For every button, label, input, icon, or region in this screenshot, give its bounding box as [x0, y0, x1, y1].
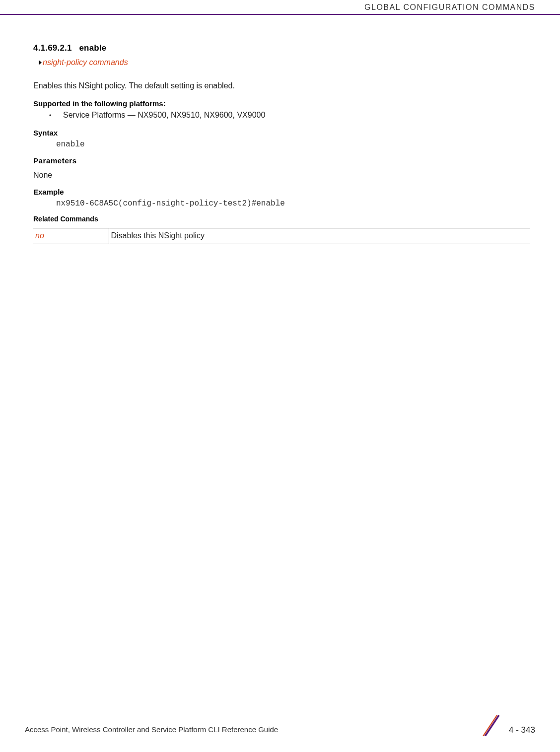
- supported-platforms-list: Service Platforms — NX9500, NX9510, NX96…: [33, 110, 530, 121]
- page-content: 4.1.69.2.1 enable nsight-policy commands…: [0, 15, 560, 244]
- related-command-link[interactable]: no: [33, 228, 109, 244]
- parameters-value: None: [33, 170, 530, 181]
- running-header: GLOBAL CONFIGURATION COMMANDS: [0, 0, 560, 15]
- breadcrumb-link[interactable]: nsight-policy commands: [39, 57, 530, 68]
- page-footer: Access Point, Wireless Controller and Se…: [0, 724, 560, 735]
- table-row: no Disables this NSight policy: [33, 228, 530, 244]
- syntax-code: enable: [56, 139, 530, 150]
- svg-line-0: [485, 715, 499, 736]
- footer-guide-title: Access Point, Wireless Controller and Se…: [25, 725, 278, 734]
- related-command-desc: Disables this NSight policy: [109, 228, 530, 244]
- slash-logo-icon: [479, 715, 503, 736]
- description-text: Enables this NSight policy. The default …: [33, 80, 530, 91]
- example-code: nx9510-6C8A5C(config-nsight-policy-test2…: [56, 198, 530, 209]
- page-number: 4 - 343: [509, 724, 535, 736]
- example-heading: Example: [33, 187, 530, 197]
- section-title: enable: [79, 43, 106, 53]
- parameters-heading: Parameters: [33, 155, 530, 166]
- svg-line-1: [483, 715, 497, 736]
- related-commands-heading: Related Commands: [33, 214, 530, 224]
- related-commands-table: no Disables this NSight policy: [33, 228, 530, 244]
- supported-platforms-heading: Supported in the following platforms:: [33, 98, 530, 109]
- breadcrumb-link-text: nsight-policy commands: [43, 58, 128, 67]
- list-item: Service Platforms — NX9500, NX9510, NX96…: [33, 110, 530, 121]
- syntax-heading: Syntax: [33, 128, 530, 138]
- section-number: 4.1.69.2.1: [33, 43, 72, 53]
- arrow-right-icon: [39, 60, 42, 65]
- subsection-heading: 4.1.69.2.1 enable: [33, 42, 530, 54]
- footer-right: 4 - 343: [479, 715, 535, 736]
